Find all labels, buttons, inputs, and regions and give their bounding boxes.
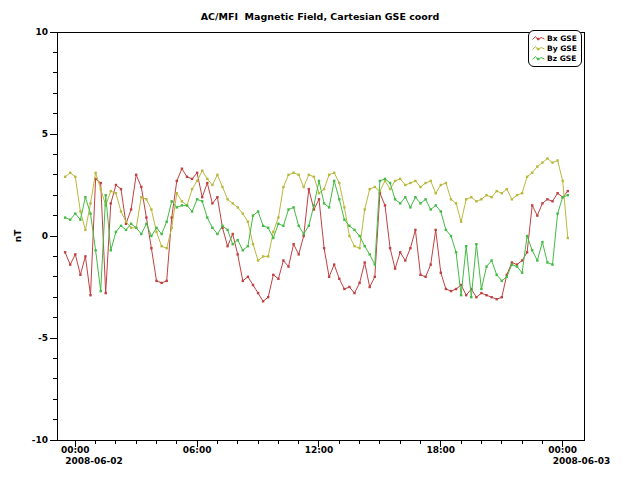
x-tick-label: 12:00: [305, 445, 334, 455]
series-bx-gse: [64, 168, 569, 303]
x-tick-label: 06:00: [183, 445, 212, 455]
y-tick-label: 0: [42, 231, 48, 241]
legend-label-bx: Bx GSE: [547, 34, 577, 43]
x-axis: 00:002008-06-0206:0012:0018:0000:002008-…: [61, 440, 610, 466]
plot-canvas: 1050-5-10nT00:002008-06-0206:0012:0018:0…: [0, 0, 640, 480]
magnetic-field-chart: AC/MFI Magnetic Field, Cartesian GSE coo…: [0, 0, 640, 480]
y-axis-title: nT: [13, 229, 23, 242]
legend-item-bx: Bx GSE: [532, 34, 578, 43]
legend-label-bz: Bz GSE: [547, 54, 576, 63]
plot-box: [57, 32, 584, 440]
legend-item-bz: Bz GSE: [532, 54, 578, 63]
x-date-label: 2008-06-02: [65, 456, 123, 466]
chart-title: AC/MFI Magnetic Field, Cartesian GSE coo…: [0, 11, 640, 22]
y-tick-label: 10: [35, 27, 48, 37]
bx-line-sample-icon: [532, 35, 545, 42]
x-tick-label: 00:00: [548, 445, 577, 455]
y-tick-label: 5: [42, 129, 48, 139]
legend-item-by: By GSE: [532, 44, 578, 53]
y-axis: 1050-5-10nT: [13, 27, 57, 445]
bz-line-sample-icon: [532, 55, 545, 62]
x-tick-label: 18:00: [426, 445, 455, 455]
series-by-gse: [64, 157, 569, 261]
x-tick-label: 00:00: [61, 445, 90, 455]
y-tick-label: -10: [32, 435, 48, 445]
legend: Bx GSE By GSE Bz GSE: [528, 30, 582, 67]
by-line-sample-icon: [532, 45, 545, 52]
x-date-label: 2008-06-03: [553, 456, 611, 466]
y-tick-label: -5: [38, 333, 48, 343]
legend-label-by: By GSE: [547, 44, 577, 53]
